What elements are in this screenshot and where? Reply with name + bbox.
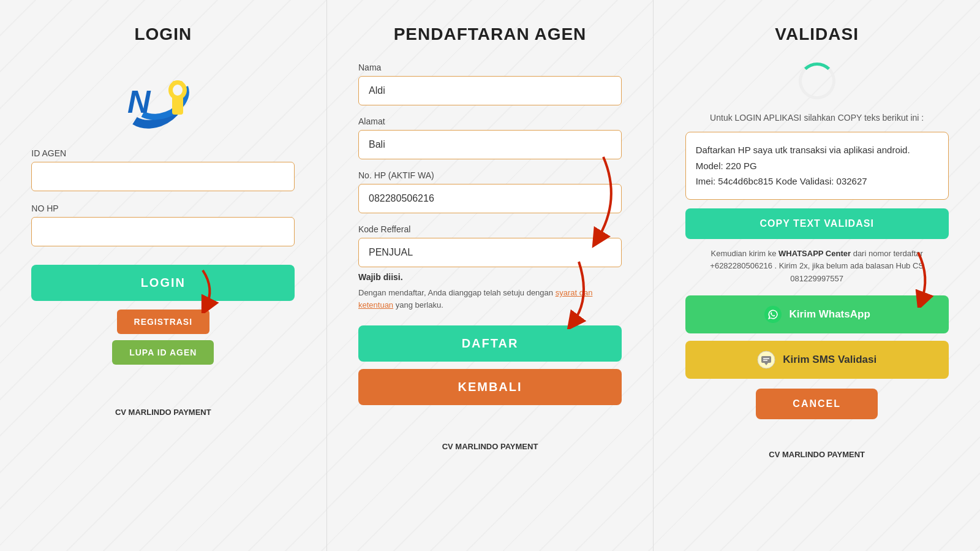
sms-icon bbox=[757, 351, 775, 369]
svg-point-4 bbox=[173, 85, 183, 96]
validasi-footer: CV MARLINDO PAYMENT bbox=[769, 431, 865, 459]
terms-after: yang berlaku. bbox=[393, 300, 443, 310]
svg-text:N: N bbox=[127, 84, 151, 120]
copy-validasi-button[interactable]: COPY TEXT VALIDASI bbox=[685, 208, 949, 239]
registration-title: PENDAFTARAN AGEN bbox=[394, 25, 587, 44]
logo-area: N bbox=[114, 63, 212, 130]
svg-point-6 bbox=[764, 306, 782, 323]
send-info-bold: WHATSAPP Center bbox=[778, 249, 851, 258]
login-button[interactable]: LOGIN bbox=[31, 265, 295, 301]
send-info-text: Kemudian kirim ke WHATSAPP Center dari n… bbox=[685, 248, 949, 286]
terms-text: Dengan mendaftar, Anda dianggap telah se… bbox=[358, 287, 622, 311]
alamat-input[interactable] bbox=[358, 130, 622, 159]
alamat-label: Alamat bbox=[358, 116, 622, 126]
kirim-sms-button[interactable]: Kirim SMS Validasi bbox=[685, 341, 949, 379]
copy-info-text: Untuk LOGIN APLIKASI silahkan COPY teks … bbox=[710, 112, 924, 124]
nama-input[interactable] bbox=[358, 76, 622, 105]
login-title: LOGIN bbox=[134, 25, 192, 44]
nohp-input[interactable] bbox=[358, 184, 622, 213]
id-agen-input[interactable] bbox=[31, 162, 295, 191]
kode-label: Kode Refferal bbox=[358, 224, 622, 234]
kirim-whatsapp-button[interactable]: Kirim WhatsApp bbox=[685, 295, 949, 333]
nama-label: Nama bbox=[358, 63, 622, 72]
no-hp-input[interactable] bbox=[31, 217, 295, 246]
validation-text-box: Daftarkan HP saya utk transaksi via apli… bbox=[685, 132, 949, 200]
registration-footer: CV MARLINDO PAYMENT bbox=[442, 424, 538, 451]
login-panel: LOGIN N ID AGEN NO HP bbox=[0, 0, 327, 551]
whatsapp-button-label: Kirim WhatsApp bbox=[790, 308, 870, 321]
registration-panel: PENDAFTARAN AGEN Nama Alamat No. HP (AKT… bbox=[327, 0, 654, 551]
whatsapp-icon bbox=[764, 305, 782, 324]
sms-button-label: Kirim SMS Validasi bbox=[783, 354, 876, 366]
validation-panel: VALIDASI Untuk LOGIN APLIKASI silahkan C… bbox=[654, 0, 980, 551]
login-footer: CV MARLINDO PAYMENT bbox=[115, 389, 211, 417]
wajib-text: Wajib diisi. bbox=[358, 272, 622, 282]
svg-rect-8 bbox=[761, 356, 771, 363]
terms-before: Dengan mendaftar, Anda dianggap telah se… bbox=[358, 288, 556, 297]
validation-text: Daftarkan HP saya utk transaksi via apli… bbox=[696, 145, 910, 186]
validasi-title: VALIDASI bbox=[775, 25, 859, 44]
daftar-button[interactable]: DAFTAR bbox=[358, 325, 622, 362]
loading-spinner bbox=[799, 63, 835, 99]
registrasi-button[interactable]: REGISTRASI bbox=[117, 310, 210, 334]
kembali-button[interactable]: KEMBALI bbox=[358, 369, 622, 405]
send-info-before: Kemudian kirim ke bbox=[711, 249, 779, 258]
id-agen-label: ID AGEN bbox=[31, 148, 295, 158]
lupa-id-agen-button[interactable]: LUPA ID AGEN bbox=[112, 340, 214, 365]
cancel-button[interactable]: CANCEL bbox=[756, 389, 878, 419]
no-hp-label: NO HP bbox=[31, 203, 295, 213]
kode-input[interactable] bbox=[358, 238, 622, 267]
app-logo: N bbox=[114, 63, 212, 130]
nohp-label: No. HP (AKTIF WA) bbox=[358, 170, 622, 180]
